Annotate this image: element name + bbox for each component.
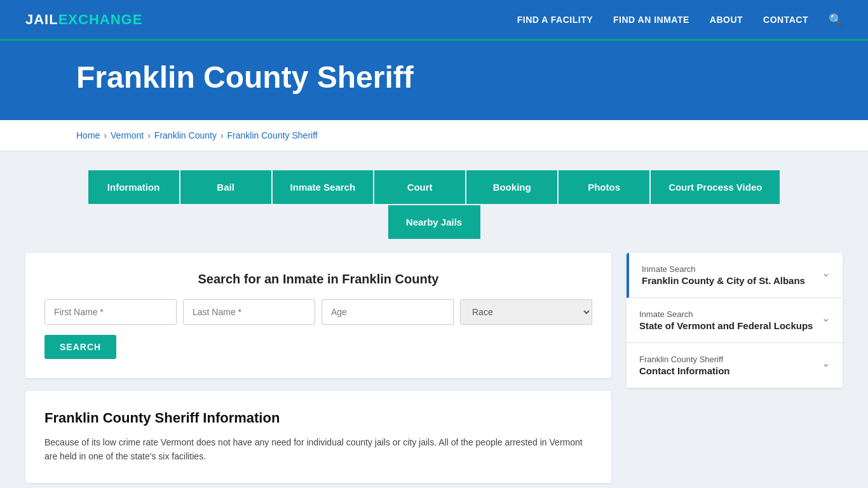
info-title: Franklin County Sheriff Information <box>44 410 592 426</box>
chevron-down-icon-1: ⌄ <box>822 312 830 324</box>
tab-booking[interactable]: Booking <box>466 170 559 205</box>
search-fields: Race White Black Hispanic Asian Native A… <box>44 299 592 325</box>
sidebar-item-title-0: Franklin County & City of St. Albans <box>642 275 805 286</box>
site-logo[interactable]: JAILEXCHANGE <box>25 11 142 28</box>
tab-photos[interactable]: Photos <box>559 170 651 205</box>
sidebar-item-0[interactable]: Inmate Search Franklin County & City of … <box>627 253 843 298</box>
tab-nearby-jails[interactable]: Nearby Jails <box>388 205 480 240</box>
nav-find-facility[interactable]: FIND A FACILITY <box>517 15 593 25</box>
breadcrumb-sep-1: › <box>104 130 107 140</box>
nav-contact[interactable]: CONTACT <box>763 15 808 25</box>
search-title: Search for an Inmate in Franklin County <box>44 272 592 287</box>
breadcrumb-vermont[interactable]: Vermont <box>111 130 144 140</box>
sidebar-item-label-0: Inmate Search <box>642 264 805 274</box>
nav-links: FIND A FACILITY FIND AN INMATE ABOUT CON… <box>517 13 843 27</box>
logo-jail: JAIL <box>25 11 58 28</box>
nav-about[interactable]: ABOUT <box>710 15 743 25</box>
tabs-row2: Nearby Jails <box>25 205 843 240</box>
sidebar-item-title-2: Contact Information <box>639 365 730 376</box>
chevron-down-icon-2: ⌄ <box>822 357 830 369</box>
inmate-search-box: Search for an Inmate in Franklin County … <box>25 253 611 378</box>
sidebar-item-text-2: Franklin County Sheriff Contact Informat… <box>639 355 730 376</box>
page-title: Franklin County Sheriff <box>76 60 843 95</box>
logo-exchange: EXCHANGE <box>58 11 143 28</box>
breadcrumb: Home › Vermont › Franklin County › Frank… <box>0 120 868 151</box>
nav-find-inmate[interactable]: FIND AN INMATE <box>613 15 689 25</box>
breadcrumb-sep-2: › <box>147 130 151 140</box>
tab-court-process-video[interactable]: Court Process Video <box>651 170 780 205</box>
sidebar-item-1[interactable]: Inmate Search State of Vermont and Feder… <box>627 298 843 343</box>
hero-section: Franklin County Sheriff <box>0 41 868 120</box>
content-grid: Search for an Inmate in Franklin County … <box>25 253 843 483</box>
first-name-input[interactable] <box>44 299 177 325</box>
tab-bail[interactable]: Bail <box>180 170 273 205</box>
sidebar-item-title-1: State of Vermont and Federal Lockups <box>639 320 813 331</box>
tab-court[interactable]: Court <box>374 170 466 205</box>
tabs-row1: Information Bail Inmate Search Court Boo… <box>25 170 843 205</box>
info-body: Because of its low crime rate Vermont do… <box>44 435 592 464</box>
navbar: JAILEXCHANGE FIND A FACILITY FIND AN INM… <box>0 0 868 41</box>
sidebar-item-label-2: Franklin County Sheriff <box>639 355 730 364</box>
race-select[interactable]: Race White Black Hispanic Asian Native A… <box>460 299 592 325</box>
sidebar-item-text-1: Inmate Search State of Vermont and Feder… <box>639 309 813 331</box>
sidebar-item-text-0: Inmate Search Franklin County & City of … <box>642 264 805 286</box>
breadcrumb-franklin-county[interactable]: Franklin County <box>154 130 217 140</box>
sidebar-item-label-1: Inmate Search <box>639 309 813 319</box>
tab-information[interactable]: Information <box>88 170 180 205</box>
tab-inmate-search[interactable]: Inmate Search <box>273 170 375 205</box>
last-name-input[interactable] <box>183 299 315 325</box>
sidebar-panel: Inmate Search Franklin County & City of … <box>627 253 843 388</box>
chevron-down-icon-0: ⌄ <box>822 267 830 279</box>
search-button[interactable]: SEARCH <box>44 335 116 359</box>
breadcrumb-current[interactable]: Franklin County Sheriff <box>227 130 318 140</box>
age-input[interactable] <box>322 299 454 325</box>
sidebar-item-2[interactable]: Franklin County Sheriff Contact Informat… <box>627 343 843 388</box>
breadcrumb-home[interactable]: Home <box>76 130 100 140</box>
main-content: Information Bail Inmate Search Court Boo… <box>0 151 868 488</box>
info-box: Franklin County Sheriff Information Beca… <box>25 391 611 483</box>
search-icon[interactable]: 🔍 <box>829 13 843 27</box>
breadcrumb-sep-3: › <box>220 130 224 140</box>
left-panel: Search for an Inmate in Franklin County … <box>25 253 611 483</box>
